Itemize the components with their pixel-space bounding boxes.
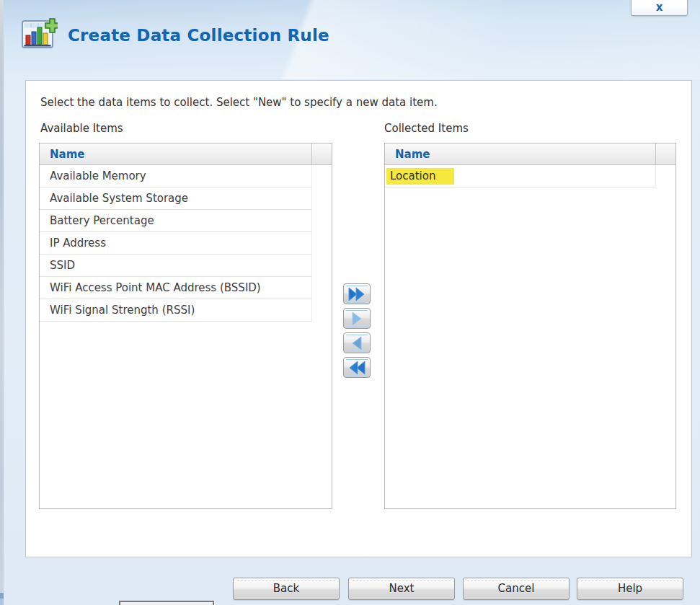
collected-items-list: Name Location	[384, 143, 676, 509]
available-list-column-header[interactable]: Name	[40, 143, 332, 165]
dialog-title: Create Data Collection Rule	[68, 26, 329, 45]
list-item[interactable]: SSID	[40, 255, 312, 277]
collected-list-column-header[interactable]: Name	[385, 143, 675, 165]
bar-chart-add-icon	[22, 18, 58, 53]
create-data-collection-rule-dialog: Create Data Collection Rule x Select the…	[4, 0, 700, 605]
move-all-right-button[interactable]	[343, 283, 371, 304]
list-item[interactable]: IP Address	[40, 232, 312, 255]
available-list-body: Available MemoryAvailable System Storage…	[40, 165, 332, 322]
column-separator	[311, 143, 312, 165]
list-item-label: IP Address	[50, 237, 106, 249]
list-item[interactable]: WiFi Signal Strength (RSSI)	[40, 299, 312, 322]
partially-visible-background-element	[119, 601, 214, 605]
move-all-right-icon	[347, 287, 366, 301]
list-item[interactable]: Available Memory	[40, 165, 312, 187]
close-button[interactable]: x	[631, 0, 688, 16]
column-header-label: Name	[50, 148, 84, 161]
available-items-label: Available Items	[40, 122, 123, 135]
list-item-label: Available Memory	[50, 169, 146, 182]
cancel-button[interactable]: Cancel	[463, 578, 570, 600]
list-item-label: WiFi Signal Strength (RSSI)	[50, 304, 195, 317]
dialog-footer: Back Next Cancel Help	[4, 578, 700, 601]
instruction-text: Select the data items to collect. Select…	[40, 96, 438, 109]
available-items-list: Name Available MemoryAvailable System St…	[39, 143, 332, 509]
content-panel: Select the data items to collect. Select…	[25, 80, 692, 557]
list-item-label: Location	[386, 168, 454, 185]
list-item[interactable]: Battery Percentage	[40, 210, 312, 232]
move-selected-left-button[interactable]	[343, 332, 371, 353]
list-item[interactable]: WiFi Access Point MAC Address (BSSID)	[40, 277, 312, 299]
collected-items-label: Collected Items	[384, 122, 469, 135]
list-item-label: Battery Percentage	[50, 214, 154, 227]
list-item-label: Available System Storage	[50, 192, 188, 205]
move-all-left-icon	[347, 361, 366, 375]
column-separator	[655, 143, 656, 165]
help-button[interactable]: Help	[577, 578, 683, 600]
dialog-title-area: Create Data Collection Rule	[22, 18, 329, 53]
list-item-label: SSID	[50, 259, 75, 272]
list-item[interactable]: Available System Storage	[40, 187, 312, 210]
column-header-label: Name	[395, 148, 430, 161]
back-button[interactable]: Back	[233, 578, 340, 600]
move-all-left-button[interactable]	[343, 357, 371, 378]
screen: Create Data Collection Rule x Select the…	[0, 0, 700, 605]
move-selected-right-button[interactable]	[343, 308, 371, 329]
next-button[interactable]: Next	[348, 578, 455, 600]
collected-list-body: Location	[385, 165, 675, 187]
transfer-button-stack	[343, 283, 372, 381]
list-item[interactable]: Location	[385, 165, 656, 187]
move-selected-left-icon	[347, 336, 366, 350]
list-item-label: WiFi Access Point MAC Address (BSSID)	[50, 281, 261, 294]
move-selected-right-icon	[347, 312, 366, 326]
